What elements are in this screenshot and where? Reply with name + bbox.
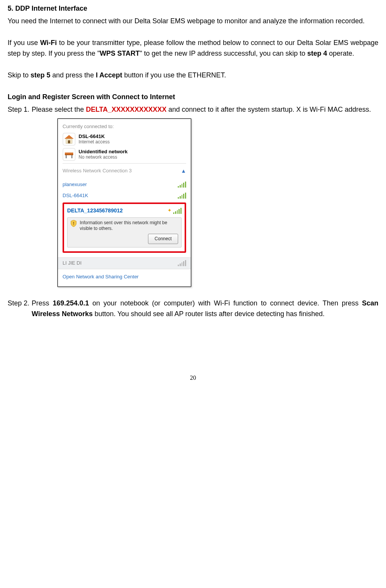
- skip-paragraph: Skip to step 5 and press the I Accept bu…: [8, 70, 378, 81]
- login-heading: Login and Register Screen with Connect t…: [8, 92, 378, 103]
- shield-warning-icon: !: [71, 220, 77, 227]
- network-status: No network access: [79, 155, 128, 160]
- text: on your notebook (or computer) with Wi-F…: [89, 299, 362, 307]
- security-warning-box: ! Information sent over this network mig…: [67, 217, 182, 247]
- step5-bold: step 5: [31, 71, 50, 79]
- svg-rect-6: [65, 154, 73, 155]
- ip-address: 169.254.0.1: [53, 299, 89, 307]
- intro-paragraph: You need the Internet to connect with ou…: [8, 16, 378, 27]
- text: Skip to: [8, 71, 31, 79]
- wifi-item-dsl6641k[interactable]: DSL-6641K: [63, 190, 186, 201]
- svg-rect-3: [68, 140, 70, 143]
- step4-bold: step 4: [307, 50, 327, 57]
- connected-network-2[interactable]: Unidentified network No network access: [63, 148, 186, 161]
- wifi-item-delta-highlighted[interactable]: DELTA_123456789012 ✦ ! Information sent …: [63, 202, 186, 253]
- text: " to get the new IP address successful, …: [140, 50, 307, 57]
- warning-star-icon: ✦: [167, 207, 172, 215]
- wifi-name: DELTA_123456789012: [67, 206, 123, 215]
- public-network-icon: [63, 148, 76, 161]
- wifi-name: DSL-6641K: [63, 192, 88, 200]
- signal-icon: [178, 260, 186, 266]
- network-name: Unidentified network: [79, 149, 128, 155]
- step-1-label: Step 1.: [8, 104, 29, 115]
- svg-rect-8: [71, 155, 72, 158]
- signal-icon: [173, 208, 182, 214]
- signal-icon: [178, 182, 186, 188]
- home-network-icon: [63, 133, 76, 146]
- text: button. You should see all AP router lis…: [93, 310, 325, 318]
- wifi-item-lijiedi[interactable]: LI JIE DI: [58, 257, 191, 269]
- step-1-body: Please select the DELTA_XXXXXXXXXXXX and…: [32, 104, 378, 115]
- text: Please select the: [32, 106, 86, 113]
- network-name: DSL-6641K: [79, 134, 109, 140]
- text: and connect to it after the system start…: [167, 106, 371, 113]
- open-network-center-link[interactable]: Open Network and Sharing Center: [58, 269, 191, 286]
- delta-ssid-placeholder: DELTA_XXXXXXXXXXXX: [86, 106, 166, 113]
- text: operate.: [327, 50, 354, 57]
- connect-button[interactable]: Connect: [148, 234, 178, 244]
- divider: [63, 163, 186, 164]
- step-2-label: Step 2.: [8, 298, 29, 320]
- svg-rect-7: [66, 155, 67, 158]
- wifi-item-planexuser[interactable]: planexuser: [63, 179, 186, 190]
- network-flyout: Currently connected to: DSL-6641K Intern…: [57, 118, 191, 287]
- signal-icon: [178, 193, 186, 199]
- connected-network-1[interactable]: DSL-6641K Internet access: [63, 133, 186, 146]
- warning-text: Information sent over this network might…: [80, 220, 178, 231]
- wifi-name: planexuser: [63, 181, 87, 189]
- svg-rect-5: [65, 153, 73, 154]
- section-heading: 5. DDP Internet Interface: [8, 3, 378, 14]
- wireless-section-label: Wireless Network Connection 3: [63, 167, 132, 175]
- page-number: 20: [8, 373, 378, 383]
- svg-text:!: !: [73, 221, 74, 226]
- wifi-paragraph: If you use Wi-Fi to be your transmitter …: [8, 37, 378, 59]
- wifi-name: LI JIE DI: [63, 259, 82, 267]
- text: button if you use the ETHERNET.: [122, 71, 226, 79]
- step-1: Step 1. Please select the DELTA_XXXXXXXX…: [8, 104, 378, 115]
- iaccept-bold: I Accept: [96, 71, 122, 79]
- text: and press the: [50, 71, 96, 79]
- text: Press: [32, 299, 53, 307]
- text: If you use: [8, 39, 40, 47]
- screenshot-wrap: Currently connected to: DSL-6641K Intern…: [57, 118, 378, 287]
- step-2-body: Press 169.254.0.1 on your notebook (or c…: [32, 298, 378, 320]
- currently-connected-label: Currently connected to:: [63, 123, 186, 131]
- step-2: Step 2. Press 169.254.0.1 on your notebo…: [8, 298, 378, 320]
- wifi-bold: Wi-Fi: [40, 39, 57, 47]
- network-status: Internet access: [79, 140, 109, 145]
- wps-bold: WPS START: [100, 50, 140, 57]
- chevron-up-icon: ▲: [181, 167, 186, 175]
- wireless-section-header[interactable]: Wireless Network Connection 3 ▲: [63, 167, 186, 175]
